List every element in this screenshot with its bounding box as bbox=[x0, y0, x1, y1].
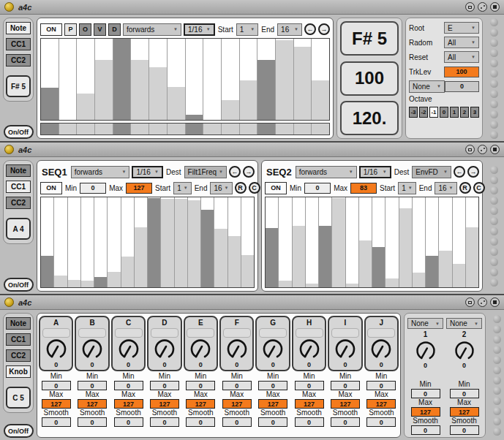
step-column-16[interactable] bbox=[312, 39, 329, 120]
knob-dial[interactable] bbox=[413, 340, 438, 363]
knob-E-smooth-value[interactable]: 0 bbox=[186, 417, 215, 427]
device-activator-icon[interactable] bbox=[4, 2, 14, 12]
direction-dropdown[interactable]: forwards▼ bbox=[123, 23, 181, 36]
knob-dial[interactable] bbox=[452, 340, 477, 363]
knob-I-min-value[interactable]: 0 bbox=[331, 381, 360, 390]
knob-dial[interactable] bbox=[225, 338, 249, 361]
knob-H-min-value[interactable]: 0 bbox=[295, 381, 324, 390]
tempo-display[interactable]: 120. bbox=[340, 101, 399, 135]
step-column-8[interactable] bbox=[135, 197, 148, 287]
octave-button-2[interactable]: 2 bbox=[460, 107, 469, 118]
hot-swap-icon[interactable] bbox=[465, 145, 475, 154]
pitch-button[interactable]: A 4 bbox=[6, 218, 31, 240]
step-column-11[interactable] bbox=[399, 197, 413, 287]
sidebar-tab-cc1[interactable]: CC1 bbox=[6, 181, 31, 193]
knob-value[interactable]: 0 bbox=[307, 361, 311, 369]
seq2-random-button[interactable]: R bbox=[459, 182, 471, 194]
seq2-on-button[interactable]: ON bbox=[265, 182, 287, 194]
step-column-12[interactable] bbox=[188, 197, 201, 287]
seq2-max-value[interactable]: 83 bbox=[350, 183, 377, 194]
onoff-button[interactable]: On/Off bbox=[4, 278, 34, 292]
extra-2-smooth-value[interactable]: 0 bbox=[450, 425, 479, 435]
gate-cell-8[interactable] bbox=[168, 124, 186, 134]
step-column-7[interactable] bbox=[346, 197, 359, 287]
mode-button-o[interactable]: O bbox=[79, 23, 91, 36]
sidebar-tab-cc2[interactable]: CC2 bbox=[6, 54, 31, 67]
step-column-13[interactable] bbox=[426, 197, 439, 287]
step-column-4[interactable] bbox=[81, 197, 94, 287]
gate-cell-7[interactable] bbox=[149, 124, 168, 134]
step-column-2[interactable] bbox=[279, 197, 292, 287]
step-column-4[interactable] bbox=[306, 197, 319, 287]
gate-cell-15[interactable] bbox=[294, 124, 312, 134]
knob-E-min-value[interactable]: 0 bbox=[186, 381, 215, 390]
step-column-7[interactable] bbox=[149, 39, 168, 120]
max-edit-icon[interactable] bbox=[478, 145, 487, 154]
knob-dial[interactable] bbox=[152, 338, 177, 361]
sidebar-tab-cc2[interactable]: CC2 bbox=[6, 197, 31, 209]
seq1-shift-right-button[interactable]: → bbox=[243, 166, 255, 178]
mode-button-d[interactable]: D bbox=[108, 23, 121, 36]
sidebar-tab-cc2[interactable]: CC2 bbox=[6, 349, 31, 362]
seq1-direction-dropdown[interactable]: forwards▼ bbox=[71, 166, 130, 178]
extra-1-max-value[interactable]: 127 bbox=[411, 407, 440, 417]
step-column-5[interactable] bbox=[94, 197, 108, 287]
mod-value[interactable]: 0 bbox=[445, 81, 479, 92]
extra-dest-dropdown-1[interactable]: None▼ bbox=[407, 318, 443, 329]
mode-button-v[interactable]: V bbox=[94, 23, 106, 36]
knob-D-min-value[interactable]: 0 bbox=[150, 381, 179, 390]
seq1-rate-dropdown[interactable]: 1/16▼ bbox=[132, 166, 163, 178]
knob-dial[interactable] bbox=[44, 338, 69, 361]
step-column-10[interactable] bbox=[203, 39, 222, 120]
knob-J-max-value[interactable]: 127 bbox=[366, 399, 396, 409]
onoff-button[interactable]: On/Off bbox=[4, 125, 34, 139]
shift-right-button[interactable]: → bbox=[318, 23, 330, 35]
sidebar-tab-knob[interactable]: Knob bbox=[6, 365, 31, 378]
step-column-6[interactable] bbox=[332, 197, 345, 287]
step-column-16[interactable] bbox=[241, 197, 254, 287]
note-display[interactable]: F# 5 bbox=[340, 21, 399, 56]
knob-C-max-value[interactable]: 127 bbox=[114, 399, 143, 409]
extra-knob-value[interactable]: 0 bbox=[424, 362, 427, 370]
gate-cell-14[interactable] bbox=[276, 124, 294, 134]
knob-I-smooth-value[interactable]: 0 bbox=[331, 417, 360, 427]
device-activator-icon[interactable] bbox=[4, 297, 14, 307]
step-column-15[interactable] bbox=[294, 39, 312, 120]
extra-2-max-value[interactable]: 127 bbox=[450, 407, 479, 417]
pitch-button[interactable]: F# 5 bbox=[6, 75, 31, 97]
knob-B-min-value[interactable]: 0 bbox=[78, 381, 107, 390]
reset-dropdown[interactable]: All▼ bbox=[444, 51, 479, 63]
gate-cell-12[interactable] bbox=[240, 124, 258, 134]
hot-swap-icon[interactable] bbox=[465, 297, 475, 307]
gate-cell-3[interactable] bbox=[77, 124, 95, 134]
step-column-15[interactable] bbox=[228, 197, 241, 287]
knob-value[interactable]: 0 bbox=[343, 361, 347, 369]
knob-H-smooth-value[interactable]: 0 bbox=[295, 417, 324, 427]
step-column-13[interactable] bbox=[201, 197, 214, 287]
step-column-1[interactable] bbox=[41, 197, 54, 287]
step-column-11[interactable] bbox=[222, 39, 240, 120]
gate-cell-9[interactable] bbox=[186, 124, 204, 134]
seq1-clear-button[interactable]: C bbox=[249, 182, 260, 194]
knob-value[interactable]: 0 bbox=[127, 361, 130, 369]
knob-value[interactable]: 0 bbox=[54, 361, 58, 369]
velocity-display[interactable]: 100 bbox=[340, 61, 399, 96]
step-column-12[interactable] bbox=[413, 197, 426, 287]
save-icon[interactable] bbox=[490, 2, 500, 12]
knob-dial[interactable] bbox=[188, 338, 213, 361]
step-column-16[interactable] bbox=[466, 197, 478, 287]
seq2-min-value[interactable]: 0 bbox=[304, 183, 331, 194]
knob-C-smooth-value[interactable]: 0 bbox=[114, 417, 143, 427]
onoff-button[interactable]: On/Off bbox=[4, 424, 34, 438]
octave-button--2[interactable]: -2 bbox=[419, 107, 428, 118]
extra-2-min-value[interactable]: 0 bbox=[450, 389, 479, 398]
step-column-11[interactable] bbox=[175, 197, 188, 287]
step-column-3[interactable] bbox=[77, 39, 95, 120]
knob-F-min-value[interactable]: 0 bbox=[222, 381, 252, 390]
knob-D-smooth-value[interactable]: 0 bbox=[150, 417, 179, 427]
gate-cell-10[interactable] bbox=[203, 124, 222, 134]
knob-A-smooth-value[interactable]: 0 bbox=[42, 417, 71, 427]
knob-J-smooth-value[interactable]: 0 bbox=[366, 417, 396, 427]
knob-I-max-value[interactable]: 127 bbox=[331, 399, 360, 409]
step-column-9[interactable] bbox=[148, 197, 161, 287]
